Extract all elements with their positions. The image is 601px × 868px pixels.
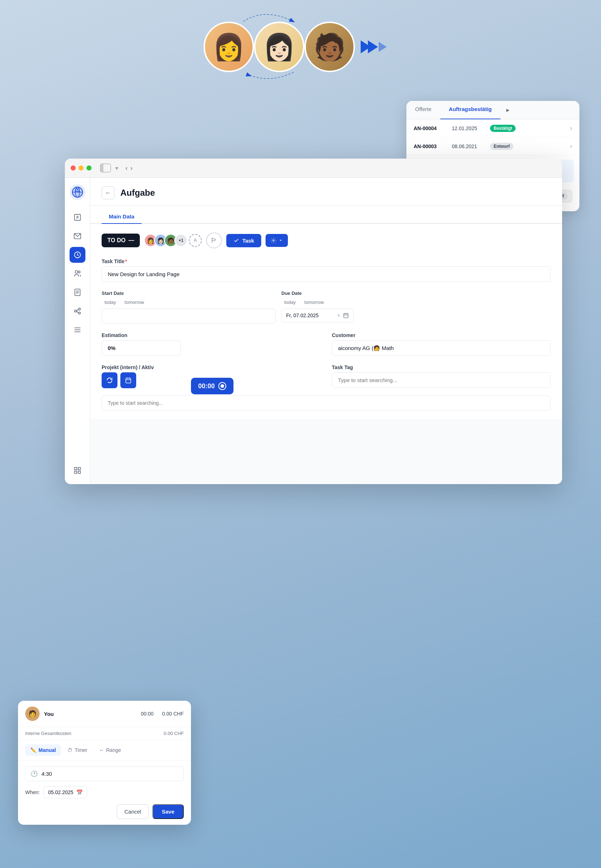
timer-internal-cost-value: 0.00 CHF	[163, 730, 184, 736]
order-dots-1[interactable]: ›	[570, 124, 572, 132]
maximize-light[interactable]	[87, 165, 92, 171]
when-calendar-icon[interactable]: 📅	[76, 789, 82, 795]
due-date-clear-btn[interactable]: ×	[337, 313, 340, 318]
page-tabs: Main Data	[90, 205, 562, 224]
start-date-input[interactable]	[102, 309, 276, 324]
sidebar-item-documents[interactable]	[70, 284, 85, 300]
search-input[interactable]	[102, 396, 551, 411]
svg-rect-36	[344, 313, 348, 318]
due-date-input[interactable]: Fr, 07.02.2025 ×	[281, 309, 354, 322]
sidebar-item-tasks[interactable]	[70, 209, 85, 225]
time-display[interactable]: 00:00	[191, 378, 233, 394]
order-status-2: Entwurf	[490, 143, 513, 150]
svg-point-35	[273, 240, 274, 241]
manual-icon: ✏️	[30, 747, 37, 753]
task-title-label: Task Title *	[102, 258, 551, 264]
svg-rect-31	[78, 468, 80, 470]
customer-input[interactable]	[332, 340, 551, 356]
timer-icon: ⏱	[67, 747, 72, 753]
svg-point-23	[78, 308, 80, 310]
timer-cost: 0.00 CHF	[162, 711, 184, 717]
timer-tabs: ✏️ Manual ⏱ Timer ↔ Range	[18, 740, 191, 761]
clock-icon: 🕐	[31, 770, 38, 777]
flag-button[interactable]: 🏳	[206, 232, 222, 248]
sidebar-item-list[interactable]	[70, 322, 85, 338]
timer-tab-timer[interactable]: ⏱ Timer	[63, 744, 92, 756]
svg-rect-9	[76, 191, 79, 191]
order-id-2: AN-00003	[413, 144, 446, 149]
order-row-1: AN-00004 12.01.2025 Bestätigt ›	[406, 119, 580, 138]
sidebar-toggle-arrow[interactable]: ▾	[115, 165, 118, 171]
settings-button[interactable]	[265, 234, 288, 247]
timer-time-value: 4:30	[41, 771, 52, 777]
cancel-button[interactable]: Cancel	[117, 804, 149, 819]
sidebar-item-integrations[interactable]	[70, 303, 85, 319]
project-label: Projekt (intern) / Aktiv	[102, 364, 320, 370]
sidebar-item-team[interactable]	[70, 266, 85, 281]
back-button[interactable]: ←	[102, 186, 114, 199]
nav-back[interactable]: ‹	[125, 164, 128, 172]
range-icon: ↔	[99, 747, 104, 753]
title-bar: ▾ ‹ ›	[65, 159, 562, 178]
task-toolbar: TO DO — 👩 👩🏻 🧑🏾 +1	[102, 232, 551, 248]
timer-tab-manual[interactable]: ✏️ Manual	[25, 744, 61, 756]
assignee-more[interactable]: +1	[174, 234, 188, 247]
timer-body: 🕐 4:30 When: 05.02.2025 📅 Cancel Save	[18, 761, 191, 825]
sidebar	[65, 178, 90, 484]
add-assignee-button[interactable]	[189, 234, 202, 247]
tab-offerte[interactable]: Offerte	[406, 101, 440, 119]
task-tag-label: Task Tag	[332, 364, 551, 370]
task-title-input[interactable]	[102, 266, 551, 282]
order-date-2: 08.06.2021	[452, 144, 484, 149]
start-date-group: Start Date today tomorrow	[102, 290, 276, 324]
traffic-lights	[71, 165, 92, 171]
timer-actions: Cancel Save	[25, 804, 184, 819]
page-title: Aufgabe	[121, 188, 155, 198]
close-light[interactable]	[71, 165, 76, 171]
sidebar-toggle[interactable]	[100, 164, 111, 172]
timer-popup: 🧑 You 00:00 0.00 CHF Interne Gesamtkoste…	[18, 701, 191, 825]
sidebar-item-timer[interactable]	[70, 247, 85, 263]
sidebar-item-grid[interactable]	[70, 463, 85, 478]
when-date-value: 05.02.2025	[48, 789, 73, 795]
due-tomorrow-btn[interactable]: tomorrow	[302, 298, 327, 306]
save-button[interactable]: Save	[153, 804, 184, 819]
main-content: ← Aufgabe Main Data TO DO — 👩 👩🏻	[90, 178, 562, 484]
tab-more[interactable]: ▸	[500, 101, 515, 119]
required-star: *	[125, 258, 127, 264]
todo-dash-icon: —	[128, 237, 134, 244]
todo-status-badge[interactable]: TO DO —	[102, 234, 140, 247]
svg-point-22	[74, 310, 76, 312]
order-dots-2[interactable]: ›	[570, 142, 572, 150]
svg-point-17	[78, 271, 80, 273]
project-calendar-btn[interactable]	[121, 372, 136, 388]
timer-tab-manual-label: Manual	[38, 747, 56, 753]
task-type-button[interactable]: Task	[226, 234, 261, 247]
task-tag-section: Task Tag	[332, 364, 551, 388]
due-today-btn[interactable]: today	[281, 298, 299, 306]
order-date-1: 12.01.2025	[452, 125, 484, 131]
tab-main-data[interactable]: Main Data	[102, 210, 142, 224]
timer-tab-range[interactable]: ↔ Range	[94, 744, 126, 756]
start-tomorrow-btn[interactable]: tomorrow	[122, 298, 147, 306]
due-date-cal-icon[interactable]	[343, 313, 349, 318]
avatar-1: 👩	[204, 21, 254, 72]
search-row	[102, 396, 551, 411]
task-tag-input[interactable]	[332, 372, 551, 388]
when-date-input[interactable]: 05.02.2025 📅	[43, 786, 87, 798]
nav-forward[interactable]: ›	[130, 164, 133, 172]
record-button[interactable]	[218, 382, 226, 390]
date-row: Start Date today tomorrow Due Date today…	[102, 290, 551, 324]
start-today-btn[interactable]: today	[102, 298, 119, 306]
svg-line-25	[76, 309, 79, 312]
customer-section: Customer Task Tag	[332, 332, 551, 388]
when-label: When:	[25, 789, 40, 795]
sidebar-item-messages[interactable]	[70, 228, 85, 244]
project-reset-btn[interactable]	[102, 372, 117, 388]
minimize-light[interactable]	[79, 165, 84, 171]
estimation-input[interactable]	[102, 340, 181, 356]
app-body: ← Aufgabe Main Data TO DO — 👩 👩🏻	[65, 178, 562, 484]
timer-time-row: 🕐 4:30	[25, 766, 184, 781]
timer-hours: 00:00	[141, 711, 154, 717]
tab-auftragsbestatigung[interactable]: Auftragsbestätig	[440, 101, 500, 119]
